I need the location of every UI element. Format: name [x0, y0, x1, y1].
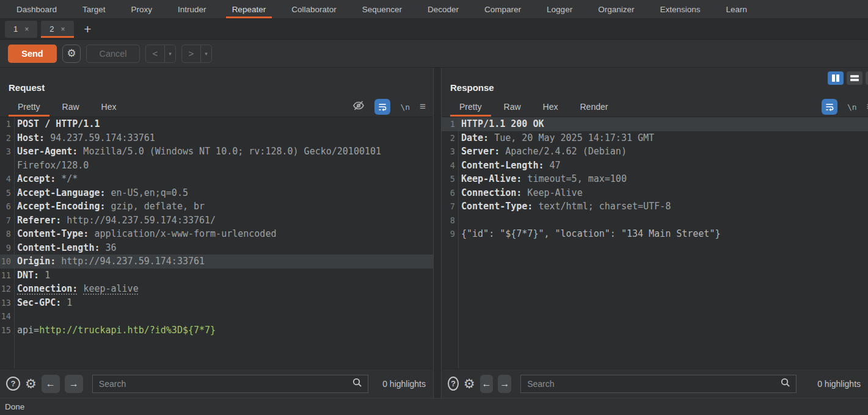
code-line[interactable]: 5Accept-Language: en-US,en;q=0.5: [0, 186, 433, 200]
help-icon[interactable]: ?: [448, 377, 459, 391]
line-number: 1: [442, 117, 457, 131]
editor-menu-icon[interactable]: ≡: [420, 101, 426, 113]
add-tab-button[interactable]: +: [78, 21, 98, 38]
tabs-layout-button[interactable]: [866, 71, 868, 85]
search-box: [92, 375, 368, 393]
menu-item-decoder[interactable]: Decoder: [415, 0, 472, 18]
menu-item-repeater[interactable]: Repeater: [219, 0, 279, 18]
repeater-tab-2[interactable]: 2×: [41, 21, 73, 38]
request-editor-icons: \n ≡: [352, 97, 426, 117]
code-line[interactable]: 10Origin: http://94.237.59.174:33761: [0, 254, 433, 269]
code-text: Content-Type: application/x-www-form-url…: [13, 227, 433, 241]
menu-item-comparer[interactable]: Comparer: [472, 0, 534, 18]
request-tab-pretty[interactable]: Pretty: [9, 97, 49, 117]
repeater-session-tab-bar: 1×2×+: [0, 19, 868, 40]
next-match-button[interactable]: →: [65, 375, 83, 393]
code-line[interactable]: 8: [442, 214, 868, 228]
line-number: 4: [442, 159, 457, 173]
response-title: Response: [450, 82, 868, 97]
menu-item-target[interactable]: Target: [70, 0, 119, 18]
rows-layout-button[interactable]: [847, 71, 863, 85]
menu-item-extensions[interactable]: Extensions: [647, 0, 713, 18]
menu-item-dashboard[interactable]: Dashboard: [4, 0, 70, 18]
search-input[interactable]: [93, 379, 352, 389]
previous-match-button[interactable]: ←: [42, 375, 60, 393]
columns-layout-button[interactable]: [828, 71, 844, 85]
line-number: 6: [442, 186, 457, 200]
close-tab-icon[interactable]: ×: [24, 25, 29, 34]
send-button[interactable]: Send: [8, 45, 57, 63]
response-tab-pretty[interactable]: Pretty: [450, 97, 491, 117]
menu-item-proxy[interactable]: Proxy: [119, 0, 166, 18]
code-line[interactable]: 3User-Agent: Mozilla/5.0 (Windows NT 10.…: [0, 145, 433, 172]
line-number: 2: [0, 131, 13, 145]
response-tab-render[interactable]: Render: [571, 97, 618, 117]
response-tab-raw[interactable]: Raw: [495, 97, 530, 117]
code-line[interactable]: 6Accept-Encoding: gzip, deflate, br: [0, 200, 433, 214]
newline-icon[interactable]: \n: [847, 103, 857, 112]
menu-item-organizer[interactable]: Organizer: [585, 0, 647, 18]
newline-icon[interactable]: \n: [400, 103, 410, 112]
request-tab-hex[interactable]: Hex: [92, 97, 126, 117]
search-settings-icon[interactable]: ⚙: [464, 377, 475, 391]
line-number: 1: [0, 117, 13, 131]
send-settings-button[interactable]: ⚙: [62, 45, 81, 63]
code-text: Content-Length: 36: [13, 241, 433, 255]
gear-icon: ⚙: [67, 47, 76, 60]
code-line[interactable]: 6Connection: Keep-Alive: [442, 186, 868, 200]
search-icon[interactable]: [352, 377, 362, 390]
code-line[interactable]: 9{"id": "${7*7}", "location": "134 Main …: [442, 227, 868, 241]
code-line[interactable]: 7Referer: http://94.237.59.174:33761/: [0, 214, 433, 228]
code-line[interactable]: 11DNT: 1: [0, 269, 433, 283]
menu-item-logger[interactable]: Logger: [534, 0, 585, 18]
cancel-button[interactable]: Cancel: [86, 45, 140, 63]
code-line[interactable]: 4Accept: */*: [0, 172, 433, 186]
panel-splitter[interactable]: [434, 68, 441, 398]
code-line[interactable]: 1POST / HTTP/1.1: [0, 117, 433, 131]
response-editor[interactable]: 1HTTP/1.1 200 OK2Date: Tue, 20 May 2025 …: [442, 117, 868, 369]
word-wrap-icon[interactable]: [374, 99, 390, 115]
code-text: Content-Length: 47: [457, 159, 868, 173]
code-line[interactable]: 3Server: Apache/2.4.62 (Debian): [442, 145, 868, 159]
request-editor[interactable]: 1POST / HTTP/1.12Host: 94.237.59.174:337…: [0, 117, 433, 369]
code-line[interactable]: 12Connection: keep-alive: [0, 282, 433, 296]
code-line[interactable]: 4Content-Length: 47: [442, 159, 868, 173]
code-text: POST / HTTP/1.1: [13, 117, 433, 131]
repeater-tab-1[interactable]: 1×: [5, 21, 37, 38]
menu-item-intruder[interactable]: Intruder: [165, 0, 219, 18]
highlights-count: 0 highlights: [817, 379, 861, 389]
menu-item-learn[interactable]: Learn: [713, 0, 760, 18]
back-button-group: < ▾: [145, 45, 176, 63]
code-line[interactable]: 14: [0, 309, 433, 323]
code-line[interactable]: 15api=http://truckapi.htb/?id%3D${7*7}: [0, 323, 433, 337]
code-line[interactable]: 2Host: 94.237.59.174:33761: [0, 131, 433, 145]
search-settings-icon[interactable]: ⚙: [25, 377, 37, 391]
close-tab-icon[interactable]: ×: [60, 25, 65, 34]
forward-button[interactable]: >: [182, 45, 200, 62]
hide-nonprintable-icon[interactable]: [352, 99, 365, 114]
forward-dropdown-button[interactable]: ▾: [200, 45, 211, 62]
code-line[interactable]: 7Content-Type: text/html; charset=UTF-8: [442, 200, 868, 214]
search-icon[interactable]: [780, 377, 790, 390]
code-line[interactable]: 8Content-Type: application/x-www-form-ur…: [0, 227, 433, 241]
code-line[interactable]: 13Sec-GPC: 1: [0, 296, 433, 310]
next-match-button[interactable]: →: [498, 375, 511, 393]
help-icon[interactable]: ?: [6, 377, 20, 391]
code-line[interactable]: 2Date: Tue, 20 May 2025 14:17:31 GMT: [442, 131, 868, 145]
code-text: Keep-Alive: timeout=5, max=100: [457, 172, 868, 186]
code-line[interactable]: 9Content-Length: 36: [0, 241, 433, 255]
menu-item-sequencer[interactable]: Sequencer: [349, 0, 415, 18]
word-wrap-icon[interactable]: [822, 99, 837, 115]
request-tab-raw[interactable]: Raw: [53, 97, 89, 117]
menu-item-collaborator[interactable]: Collaborator: [279, 0, 349, 18]
line-number: 5: [0, 186, 13, 200]
previous-match-button[interactable]: ←: [480, 375, 494, 393]
response-tab-hex[interactable]: Hex: [534, 97, 567, 117]
back-button[interactable]: <: [146, 45, 164, 62]
code-text: Connection: keep-alive: [13, 282, 433, 296]
back-dropdown-button[interactable]: ▾: [164, 45, 175, 62]
code-line[interactable]: 5Keep-Alive: timeout=5, max=100: [442, 172, 868, 186]
code-line[interactable]: 1HTTP/1.1 200 OK: [442, 117, 868, 131]
code-text: Connection: Keep-Alive: [457, 186, 868, 200]
search-input[interactable]: [521, 379, 780, 389]
